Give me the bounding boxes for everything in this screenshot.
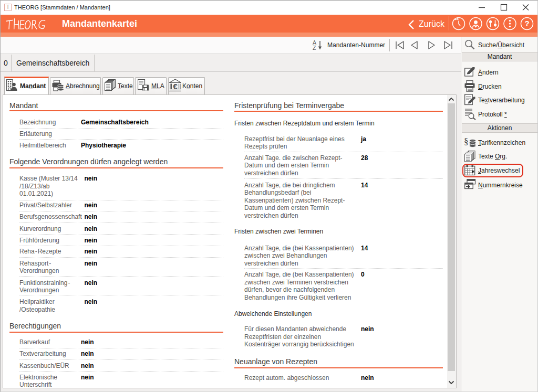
svg-text:€: € bbox=[173, 82, 178, 91]
svg-text:?: ? bbox=[524, 19, 529, 28]
svg-text:Z: Z bbox=[313, 45, 316, 50]
svg-text:§: § bbox=[464, 136, 469, 146]
